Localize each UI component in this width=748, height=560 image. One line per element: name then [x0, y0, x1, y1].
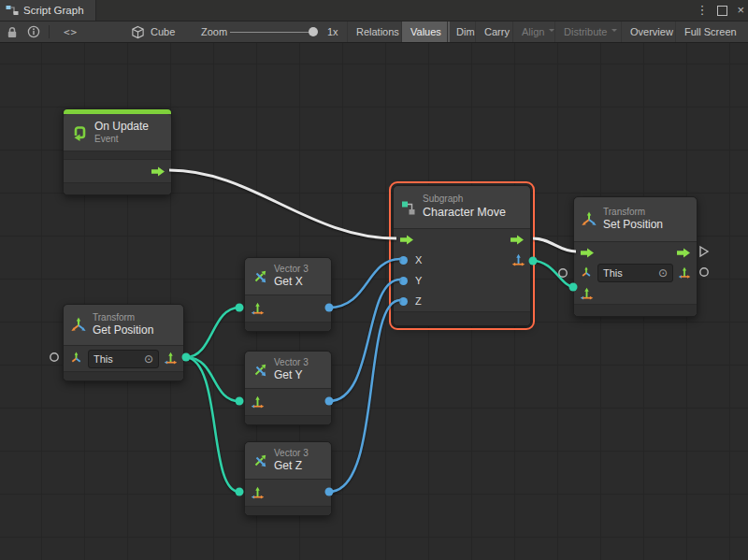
- tab-script-graph[interactable]: Script Graph: [0, 0, 96, 21]
- wire-gety-to-y[interactable]: [329, 280, 400, 401]
- node-character-move[interactable]: Subgraph Character Move X: [393, 185, 531, 326]
- relations-button[interactable]: Relations: [347, 22, 408, 42]
- toolbar-divider: [49, 25, 50, 38]
- graph-canvas[interactable]: On Update Event: [0, 43, 748, 560]
- zoom-slider[interactable]: [230, 32, 316, 33]
- wire-charactermove-to-setposition-value[interactable]: [533, 261, 573, 287]
- transform-out-port-icon[interactable]: [678, 266, 691, 280]
- wire-getposition-to-gety[interactable]: [186, 357, 239, 401]
- port-getz-vector-in[interactable]: [236, 488, 244, 496]
- flow-out-port[interactable]: [151, 166, 165, 177]
- port-gety-vector-in[interactable]: [236, 397, 244, 406]
- graph-toolbar: <> Cube Zoom 1x Relations Values Dim Car…: [0, 22, 748, 43]
- transform-icon: [70, 317, 87, 334]
- this-field[interactable]: This ⊙: [597, 264, 673, 282]
- window-menu-icon[interactable]: ⋮: [696, 0, 708, 21]
- wire-charactermove-to-setposition[interactable]: [533, 238, 576, 251]
- vector3-icon: [252, 362, 268, 379]
- node-title: Get Z: [274, 459, 309, 473]
- distribute-button[interactable]: Distribute: [554, 22, 626, 42]
- flow-in-port[interactable]: [580, 248, 595, 258]
- node-get-position[interactable]: Transform Get Position This ⊙: [63, 304, 184, 381]
- port-x-in[interactable]: [399, 256, 408, 265]
- object-picker-icon[interactable]: ⊙: [658, 267, 668, 279]
- port-y-label: Y: [415, 275, 422, 286]
- code-icon[interactable]: <>: [64, 22, 78, 42]
- port-setposition-this-out-unconnected[interactable]: [700, 268, 708, 276]
- node-get-position-header: Transform Get Position: [64, 305, 183, 346]
- script-graph-icon: [6, 5, 19, 16]
- cube-icon: [131, 25, 145, 39]
- port-y-in[interactable]: [399, 277, 408, 285]
- maximize-icon[interactable]: [717, 6, 727, 16]
- vector3-out-port-icon[interactable]: [511, 253, 525, 267]
- node-set-position-header: Transform Set Position: [574, 197, 697, 242]
- flow-out-port[interactable]: [676, 248, 691, 258]
- node-footer: [245, 415, 331, 424]
- node-title: Set Position: [603, 218, 663, 232]
- this-field-value: This: [94, 353, 113, 365]
- vector3-port-icon[interactable]: [251, 395, 265, 409]
- wire-getposition-to-getx[interactable]: [186, 308, 239, 357]
- node-footer: [245, 322, 331, 331]
- port-z-in[interactable]: [399, 297, 408, 306]
- node-category: Event: [94, 134, 149, 146]
- node-title: Get Position: [93, 323, 153, 337]
- node-footer: [64, 371, 183, 381]
- window-titlebar: Script Graph ⋮ ×: [0, 0, 748, 22]
- node-get-y-header: Vector 3 Get Y: [245, 352, 331, 389]
- node-on-update[interactable]: On Update Event: [63, 108, 172, 195]
- node-category: Subgraph: [423, 194, 506, 206]
- port-setposition-flow-out-unconnected[interactable]: [700, 247, 708, 256]
- wire-getz-to-z[interactable]: [329, 300, 400, 492]
- node-get-x[interactable]: Vector 3 Get X: [244, 257, 332, 332]
- port-getx-vector-in[interactable]: [236, 304, 244, 312]
- object-picker-icon[interactable]: ⊙: [144, 353, 153, 365]
- vector3-port-icon[interactable]: [580, 287, 594, 301]
- node-get-y[interactable]: Vector 3 Get Y: [244, 351, 332, 425]
- flow-in-port[interactable]: [399, 235, 414, 245]
- node-category: Vector 3: [274, 264, 309, 276]
- port-x-label: X: [415, 254, 422, 266]
- node-title: Get Y: [274, 368, 309, 382]
- lock-icon[interactable]: [7, 22, 18, 42]
- vector3-port-icon[interactable]: [164, 352, 178, 366]
- node-on-update-header: On Update Event: [64, 114, 171, 151]
- get-y-port-row: [245, 389, 331, 415]
- wire-getposition-to-getz[interactable]: [186, 357, 239, 492]
- wire-getx-to-x[interactable]: [329, 259, 400, 308]
- node-category: Vector 3: [274, 448, 309, 460]
- transform-icon: [581, 211, 597, 228]
- close-icon[interactable]: ×: [737, 0, 744, 21]
- node-category: Transform: [93, 312, 153, 324]
- port-getposition-this-in-unconnected[interactable]: [50, 353, 58, 361]
- node-category: Vector 3: [274, 357, 309, 369]
- zoom-value: 1x: [327, 22, 338, 42]
- this-field[interactable]: This ⊙: [88, 350, 159, 368]
- set-position-value-row: [574, 283, 697, 304]
- overview-button[interactable]: Overview: [621, 22, 682, 42]
- transform-port-icon[interactable]: [69, 352, 83, 366]
- vector3-port-icon[interactable]: [251, 302, 265, 316]
- zoom-slider-knob[interactable]: [309, 27, 318, 36]
- vector3-port-icon[interactable]: [251, 486, 265, 500]
- values-button[interactable]: Values: [401, 22, 450, 42]
- target-selector[interactable]: Cube: [131, 22, 175, 42]
- set-position-this-row: This ⊙: [574, 263, 697, 283]
- node-title: Character Move: [423, 206, 506, 221]
- node-set-position[interactable]: Transform Set Position: [573, 196, 698, 317]
- on-update-flow-row: [64, 160, 171, 182]
- wire-onupdate-to-charactermove[interactable]: [169, 170, 396, 238]
- flow-out-port[interactable]: [510, 235, 525, 245]
- subgraph-icon: [400, 199, 417, 216]
- carry-button[interactable]: Carry: [475, 22, 518, 42]
- update-event-icon: [70, 123, 89, 142]
- node-band: [64, 151, 171, 160]
- port-setposition-this-in-unconnected[interactable]: [559, 269, 567, 277]
- node-title: Get X: [274, 275, 309, 289]
- info-icon[interactable]: [27, 22, 40, 42]
- character-move-z-row: Z: [394, 291, 530, 311]
- transform-port-icon[interactable]: [580, 266, 593, 280]
- node-get-z[interactable]: Vector 3 Get Z: [244, 441, 332, 516]
- full-screen-button[interactable]: Full Screen: [675, 22, 745, 42]
